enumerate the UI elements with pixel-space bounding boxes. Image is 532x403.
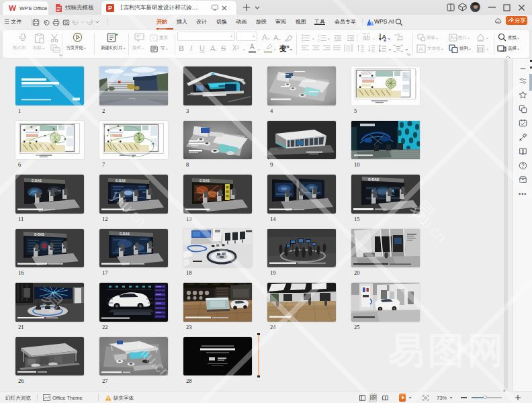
svg-text:P: P (108, 5, 112, 11)
svg-text:2: 2 (318, 39, 320, 42)
svg-text:A: A (382, 34, 387, 40)
svg-text:G-DAS: G-DAS (368, 177, 380, 181)
svg-text:A: A (419, 46, 423, 52)
svg-text:1: 1 (318, 34, 320, 38)
svg-text:G-DAS: G-DAS (200, 179, 210, 183)
svg-text:G-DAS: G-DAS (116, 179, 126, 183)
svg-text:G-DAS: G-DAS (32, 179, 42, 183)
svg-text:G-DAS: G-DAS (34, 232, 44, 236)
svg-text:G-DAS: G-DAS (120, 232, 130, 235)
